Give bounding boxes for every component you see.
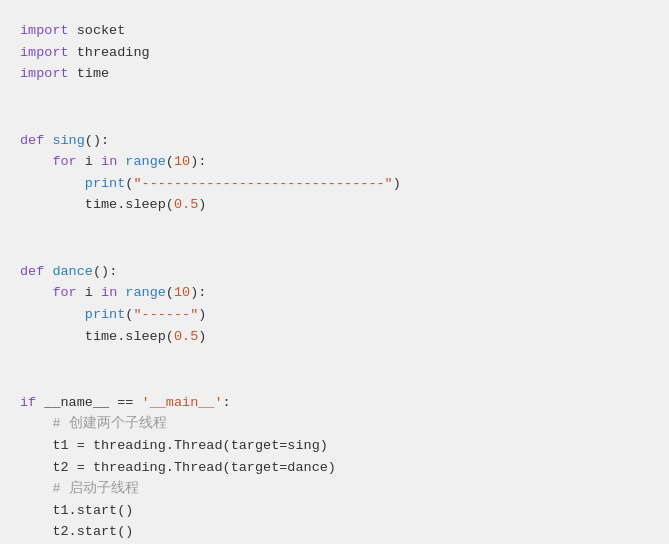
- code-line-8: def dance():: [20, 261, 649, 283]
- code-line-7: time.sleep(0.5): [20, 194, 649, 216]
- code-line-2: import threading: [20, 42, 649, 64]
- code-line-13: # 创建两个子线程: [20, 413, 649, 435]
- code-line-15: t2 = threading.Thread(target=dance): [20, 457, 649, 479]
- code-line-14: t1 = threading.Thread(target=sing): [20, 435, 649, 457]
- empty-line-5: [20, 347, 649, 369]
- code-line-6: print("------------------------------"): [20, 173, 649, 195]
- empty-line-1: [20, 85, 649, 107]
- code-line-10: print("------"): [20, 304, 649, 326]
- code-line-5: for i in range(10):: [20, 151, 649, 173]
- empty-line-6: [20, 369, 649, 391]
- empty-line-2: [20, 107, 649, 129]
- code-line-11: time.sleep(0.5): [20, 326, 649, 348]
- code-container: import socket import threading import ti…: [0, 0, 669, 544]
- code-line-1: import socket: [20, 20, 649, 42]
- code-line-4: def sing():: [20, 130, 649, 152]
- code-block: import socket import threading import ti…: [20, 20, 649, 543]
- code-line-18: t2.start(): [20, 521, 649, 543]
- code-line-3: import time: [20, 63, 649, 85]
- code-line-12: if __name__ == '__main__':: [20, 392, 649, 414]
- code-line-17: t1.start(): [20, 500, 649, 522]
- code-line-9: for i in range(10):: [20, 282, 649, 304]
- code-line-16: # 启动子线程: [20, 478, 649, 500]
- empty-line-4: [20, 238, 649, 260]
- empty-line-3: [20, 216, 649, 238]
